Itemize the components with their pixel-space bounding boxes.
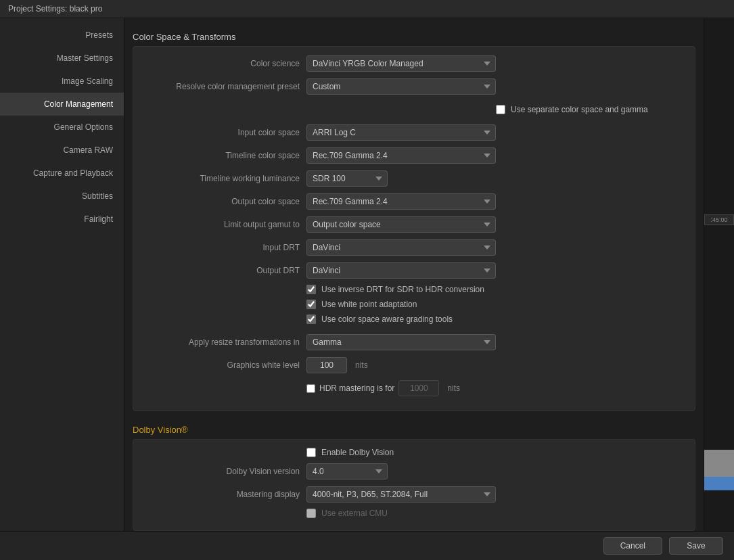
hdr-mastering-input	[398, 380, 439, 396]
white-point-label: Use white point adaptation	[321, 300, 417, 309]
sidebar-item-image-scaling[interactable]: Image Scaling	[0, 70, 124, 93]
dolby-vision-body: Enable Dolby Vision Dolby Vision version…	[133, 439, 695, 531]
sidebar-item-camera-raw[interactable]: Camera RAW	[0, 139, 124, 162]
color-space-body: Color science DaVinci YRGB Color Managed…	[133, 46, 695, 411]
white-point-checkbox[interactable]	[306, 300, 316, 309]
output-drt-label: Output DRT	[144, 266, 306, 275]
output-color-space-control: Rec.709 Gamma 2.4 DaVinci Wide Gamut sRG…	[306, 193, 684, 210]
inverse-drt-row: Use inverse DRT for SDR to HDR conversio…	[306, 285, 684, 294]
sidebar-item-subtitles[interactable]: Subtitles	[0, 185, 124, 208]
output-color-space-select[interactable]: Rec.709 Gamma 2.4 DaVinci Wide Gamut sRG…	[306, 193, 496, 210]
graphics-white-level-label: Graphics white level	[144, 360, 306, 370]
input-drt-select[interactable]: DaVinci None Custom	[306, 239, 496, 256]
sidebar-item-general-options[interactable]: General Options	[0, 116, 124, 139]
input-color-space-label: Input color space	[144, 128, 306, 137]
sidebar: Presets Master Settings Image Scaling Co…	[0, 18, 124, 531]
use-external-cmu-label: Use external CMU	[321, 509, 388, 518]
hdr-mastering-checkbox[interactable]	[306, 384, 315, 393]
color-space-grading-label: Use color space aware grading tools	[321, 314, 453, 324]
input-color-space-control: ARRI Log C Rec.709 Gamma 2.4 DaVinci Wid…	[306, 124, 684, 141]
color-swatch	[704, 450, 734, 490]
resolve-preset-label: Resolve color management preset	[144, 82, 306, 91]
inverse-drt-label: Use inverse DRT for SDR to HDR conversio…	[321, 285, 484, 294]
output-drt-control: DaVinci None Custom	[306, 262, 684, 279]
timeline-luminance-label: Timeline working luminance	[144, 174, 306, 183]
sidebar-item-capture-playback[interactable]: Capture and Playback	[0, 162, 124, 185]
right-panel: :45:00	[704, 18, 734, 531]
hdr-mastering-units: nits	[447, 383, 460, 393]
output-drt-row: Output DRT DaVinci None Custom	[144, 262, 684, 279]
dolby-vision-title: Dolby Vision®	[133, 419, 695, 439]
time-marker: :45:00	[704, 214, 734, 225]
hdr-mastering-label: HDR mastering is for	[319, 383, 394, 393]
inverse-drt-checkbox[interactable]	[306, 285, 316, 294]
output-color-space-label: Output color space	[144, 197, 306, 206]
timeline-color-space-row: Timeline color space Rec.709 Gamma 2.4 D…	[144, 147, 684, 164]
white-point-row: Use white point adaptation	[306, 300, 684, 309]
use-external-cmu-checkbox[interactable]	[306, 509, 316, 518]
separate-color-space-checkbox[interactable]	[496, 105, 505, 114]
mastering-display-select[interactable]: 4000-nit, P3, D65, ST.2084, Full 1000-ni…	[306, 486, 496, 503]
use-external-cmu-row: Use external CMU	[144, 509, 684, 518]
resolve-preset-row: Resolve color management preset Custom D…	[144, 78, 684, 95]
limit-output-gamut-row: Limit output gamut to Output color space…	[144, 216, 684, 233]
input-drt-label: Input DRT	[144, 243, 306, 252]
timeline-color-space-select[interactable]: Rec.709 Gamma 2.4 DaVinci Wide Gamut ARR…	[306, 147, 496, 164]
color-science-row: Color science DaVinci YRGB Color Managed…	[144, 55, 684, 72]
input-color-space-select[interactable]: ARRI Log C Rec.709 Gamma 2.4 DaVinci Wid…	[306, 124, 496, 141]
mastering-display-label: Mastering display	[144, 490, 306, 499]
apply-resize-select[interactable]: Gamma Linear Log	[306, 334, 496, 350]
dolby-version-select[interactable]: 4.0 2.9	[306, 463, 388, 480]
swatch-blue	[704, 477, 734, 490]
color-space-grading-checkbox[interactable]	[306, 314, 316, 324]
color-science-select[interactable]: DaVinci YRGB Color Managed DaVinci YRGB …	[306, 55, 496, 72]
timeline-luminance-row: Timeline working luminance SDR 100 HDR 1…	[144, 170, 684, 187]
color-space-title: Color Space & Transforms	[133, 26, 695, 46]
input-color-space-row: Input color space ARRI Log C Rec.709 Gam…	[144, 124, 684, 141]
dolby-version-control: 4.0 2.9	[306, 463, 684, 480]
limit-output-gamut-control: Output color space Rec.709 P3-D65 None	[306, 216, 684, 233]
timeline-color-space-label: Timeline color space	[144, 151, 306, 160]
separate-color-space-checkbox-row: Use separate color space and gamma	[496, 105, 648, 114]
main-content: Color Space & Transforms Color science D…	[124, 18, 704, 531]
mastering-display-control: 4000-nit, P3, D65, ST.2084, Full 1000-ni…	[306, 486, 684, 503]
dolby-version-row: Dolby Vision version 4.0 2.9	[144, 463, 684, 480]
color-space-grading-row: Use color space aware grading tools	[306, 314, 684, 324]
title-text: Project Settings: black pro	[8, 4, 102, 14]
enable-dolby-checkbox[interactable]	[306, 448, 316, 457]
input-drt-control: DaVinci None Custom	[306, 239, 684, 256]
hdr-mastering-control: HDR mastering is for nits	[306, 380, 684, 396]
save-button[interactable]: Save	[669, 537, 723, 555]
graphics-white-level-input[interactable]	[306, 357, 347, 373]
enable-dolby-label: Enable Dolby Vision	[321, 448, 394, 457]
timeline-luminance-select[interactable]: SDR 100 HDR 1000 HDR 2000 HDR 4000	[306, 170, 388, 187]
cancel-button[interactable]: Cancel	[603, 537, 662, 555]
limit-output-gamut-select[interactable]: Output color space Rec.709 P3-D65 None	[306, 216, 496, 233]
sidebar-item-color-management[interactable]: Color Management	[0, 93, 124, 116]
graphics-white-level-control: nits	[306, 357, 684, 373]
separate-color-space-label: Use separate color space and gamma	[511, 105, 648, 114]
color-space-section: Color Space & Transforms Color science D…	[133, 26, 695, 411]
output-color-space-row: Output color space Rec.709 Gamma 2.4 DaV…	[144, 193, 684, 210]
dolby-version-label: Dolby Vision version	[144, 467, 306, 476]
dolby-vision-section: Dolby Vision® Enable Dolby Vision Dolby …	[133, 419, 695, 531]
resolve-preset-select[interactable]: Custom Default Standard	[306, 78, 496, 95]
timeline-color-space-control: Rec.709 Gamma 2.4 DaVinci Wide Gamut ARR…	[306, 147, 684, 164]
use-external-cmu-checkbox-row: Use external CMU	[306, 509, 388, 518]
input-drt-row: Input DRT DaVinci None Custom	[144, 239, 684, 256]
output-drt-select[interactable]: DaVinci None Custom	[306, 262, 496, 279]
sidebar-item-presets[interactable]: Presets	[0, 24, 124, 47]
separate-color-space-row: Use separate color space and gamma	[334, 101, 684, 118]
timeline-luminance-control: SDR 100 HDR 1000 HDR 2000 HDR 4000	[306, 170, 684, 187]
graphics-white-level-units: nits	[355, 360, 368, 370]
title-bar: Project Settings: black pro	[0, 0, 734, 18]
apply-resize-control: Gamma Linear Log	[306, 334, 684, 350]
mastering-display-row: Mastering display 4000-nit, P3, D65, ST.…	[144, 486, 684, 503]
sidebar-item-master-settings[interactable]: Master Settings	[0, 47, 124, 70]
color-science-control: DaVinci YRGB Color Managed DaVinci YRGB …	[306, 55, 684, 72]
sidebar-item-fairlight[interactable]: Fairlight	[0, 208, 124, 231]
resolve-preset-control: Custom Default Standard	[306, 78, 684, 95]
limit-output-gamut-label: Limit output gamut to	[144, 220, 306, 229]
swatch-gray	[704, 450, 734, 477]
enable-dolby-checkbox-row: Enable Dolby Vision	[306, 448, 394, 457]
